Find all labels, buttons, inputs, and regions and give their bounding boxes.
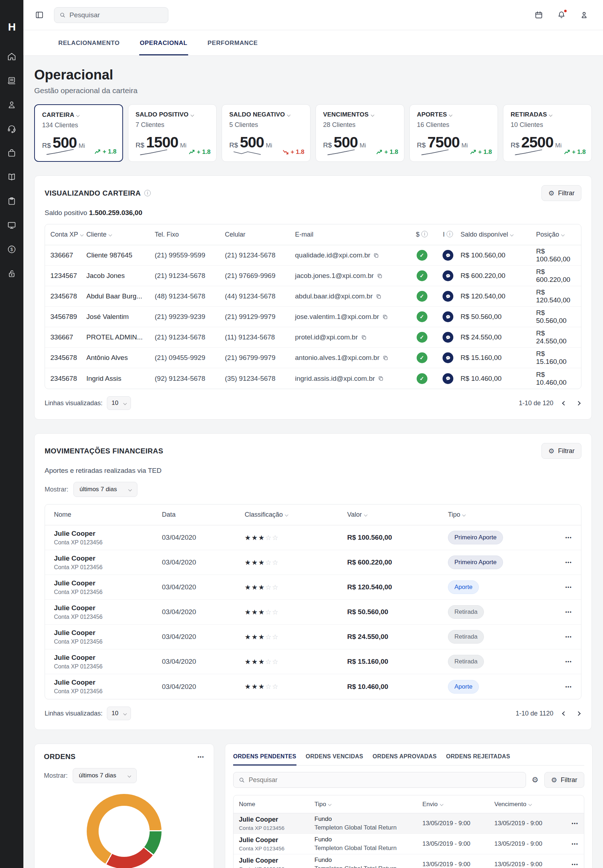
orders-tab[interactable]: ORDENS VENCIDAS	[306, 751, 363, 766]
stat-card[interactable]: SALDO NEGATIVO 5 Clientes R$500Mi + 1.8	[222, 104, 311, 162]
col-classificacao[interactable]: Classificação	[245, 511, 347, 518]
copy-icon[interactable]	[376, 293, 382, 299]
prev-page-button[interactable]	[561, 399, 567, 407]
chat-icon[interactable]	[442, 352, 453, 363]
stat-card-header[interactable]: SALDO POSITIVO	[136, 111, 209, 118]
sidebar-item-monitor[interactable]	[5, 219, 19, 231]
orders-tab[interactable]: ORDENS REJEITADAS	[446, 751, 510, 766]
row-menu-button[interactable]: •••	[572, 821, 578, 826]
orders-search-input[interactable]	[249, 776, 520, 784]
tab[interactable]: OPERACIONAL	[139, 30, 188, 56]
rating-stars[interactable]: ★★★☆☆	[245, 633, 347, 641]
rating-stars[interactable]: ★★★☆☆	[245, 583, 347, 592]
period-select[interactable]: últimos 7 dias	[73, 482, 138, 497]
rating-stars[interactable]: ★★★☆☆	[245, 683, 347, 691]
movimentacoes-filter-button[interactable]: ⚙Filtrar	[541, 443, 581, 459]
col-envio[interactable]: Envio	[422, 801, 494, 808]
sidebar-item-news[interactable]	[5, 74, 19, 87]
table-row[interactable]: 2345678 Abdul Baar Burg... (48) 91234-56…	[45, 286, 581, 307]
row-menu-button[interactable]: •••	[549, 560, 572, 565]
table-row[interactable]: 2345678 Ingrid Assis (92) 91234-5678 (35…	[45, 368, 581, 389]
copy-icon[interactable]	[378, 375, 384, 381]
orders-tab[interactable]: ORDENS PENDENTES	[233, 751, 297, 766]
table-row[interactable]: 1234567 Jacob Jones (21) 91234-5678 (21)…	[45, 266, 581, 286]
table-row[interactable]: 3456789 José Valentim (21) 99239-9239 (2…	[45, 307, 581, 327]
stat-card[interactable]: VENCIMENTOS 28 Clientes R$500Mi + 1.8	[315, 104, 404, 162]
row-menu-button[interactable]: •••	[549, 634, 572, 639]
table-row[interactable]: 2345678 Antônio Alves (21) 09455-9929 (2…	[45, 348, 581, 368]
next-page-button[interactable]	[575, 399, 581, 407]
lines-per-page-select[interactable]: 10	[107, 396, 131, 410]
col-valor[interactable]: Valor	[347, 511, 448, 518]
stat-card[interactable]: RETIRADAS 10 Clientes R$2500Mi + 1.8	[503, 104, 592, 162]
sidebar-item-clients[interactable]	[5, 99, 19, 111]
sidebar-item-support[interactable]	[5, 123, 19, 135]
chat-icon[interactable]	[442, 270, 453, 281]
orders-settings-button[interactable]: ⚙	[532, 775, 539, 784]
carteira-filter-button[interactable]: ⚙Filtrar	[541, 185, 581, 201]
row-menu-button[interactable]: •••	[549, 684, 572, 689]
table-row[interactable]: Julie CooperConta XP 0123456 03/04/2020 …	[45, 674, 581, 699]
rating-stars[interactable]: ★★★☆☆	[245, 533, 347, 542]
chat-icon[interactable]	[442, 311, 453, 322]
stat-card-header[interactable]: RETIRADAS	[510, 111, 584, 118]
stat-card-header[interactable]: SALDO NEGATIVO	[229, 111, 303, 118]
row-menu-button[interactable]: •••	[572, 862, 578, 867]
sidebar-item-tasks[interactable]	[5, 195, 19, 207]
saldo-check-icon[interactable]: ✓	[417, 270, 427, 281]
sidebar-item-home[interactable]	[5, 50, 19, 63]
notifications-button[interactable]	[555, 8, 568, 22]
saldo-check-icon[interactable]: ✓	[417, 373, 427, 384]
brand-logo[interactable]: H	[8, 21, 15, 33]
col-interacao-flag[interactable]: I i	[435, 231, 461, 238]
rating-stars[interactable]: ★★★☆☆	[245, 558, 347, 567]
col-saldo-flag[interactable]: $ i	[408, 231, 435, 238]
chat-icon[interactable]	[442, 250, 453, 261]
row-menu-button[interactable]: •••	[549, 535, 572, 540]
table-row[interactable]: Julie CooperConta XP 0123456 03/04/2020 …	[45, 649, 581, 674]
calendar-button[interactable]	[532, 8, 546, 22]
stat-card-header[interactable]: VENCIMENTOS	[323, 111, 397, 118]
table-row[interactable]: Julie CooperConta XP 0123456 03/04/2020 …	[45, 575, 581, 600]
copy-icon[interactable]	[361, 335, 367, 341]
rating-stars[interactable]: ★★★☆☆	[245, 608, 347, 616]
row-menu-button[interactable]: •••	[572, 842, 578, 846]
col-cliente[interactable]: Cliente	[87, 231, 155, 238]
copy-icon[interactable]	[373, 253, 379, 259]
stat-card[interactable]: SALDO POSITIVO 7 Clientes R$1500Mi + 1.8	[128, 104, 217, 162]
sidebar-item-products[interactable]	[5, 147, 19, 159]
info-icon[interactable]: i	[144, 190, 151, 196]
sidebar-item-finance[interactable]: $	[5, 243, 19, 255]
rating-stars[interactable]: ★★★☆☆	[245, 658, 347, 666]
period-select[interactable]: últimos 7 dias	[73, 768, 137, 783]
stat-card[interactable]: CARTEIRA 134 Clientes R$500Mi + 1.8	[34, 104, 123, 162]
col-tipo[interactable]: Tipo	[448, 511, 549, 518]
table-row[interactable]: Julie CooperConta XP 0123456 03/04/2020 …	[45, 550, 581, 575]
table-row[interactable]: Julie CooperConta XP 0123456 03/04/2020 …	[45, 600, 581, 624]
stat-card-header[interactable]: APORTES	[417, 111, 491, 118]
profile-button[interactable]	[577, 8, 591, 22]
panel-toggle-button[interactable]	[33, 8, 46, 22]
chat-icon[interactable]	[442, 291, 453, 302]
saldo-check-icon[interactable]: ✓	[417, 332, 427, 343]
table-row[interactable]: Julie CooperConta XP 0123456 FundoTemple…	[233, 834, 584, 854]
col-conta-xp[interactable]: Conta XP	[50, 231, 87, 238]
col-tipo[interactable]: Tipo	[314, 801, 422, 808]
prev-page-button[interactable]	[561, 709, 567, 718]
table-row[interactable]: Julie CooperConta XP 0123456 03/04/2020 …	[45, 525, 581, 550]
stat-card-header[interactable]: CARTEIRA	[42, 111, 115, 119]
orders-tab[interactable]: ORDENS APROVADAS	[373, 751, 437, 766]
row-menu-button[interactable]: •••	[549, 585, 572, 590]
copy-icon[interactable]	[382, 355, 388, 361]
table-row[interactable]: 336667 Cliente 987645 (21) 99559-9599 (2…	[45, 245, 581, 266]
tab[interactable]: RELACIONAMENTO	[57, 30, 121, 56]
chat-icon[interactable]	[442, 373, 453, 384]
card-menu-button[interactable]: •••	[198, 754, 204, 759]
next-page-button[interactable]	[575, 709, 581, 718]
search-input[interactable]	[70, 11, 163, 19]
row-menu-button[interactable]: •••	[549, 659, 572, 664]
stat-card[interactable]: APORTES 16 Clientes R$7500Mi + 1.8	[410, 104, 498, 162]
col-vencimento[interactable]: Vencimento	[494, 801, 572, 808]
copy-icon[interactable]	[377, 273, 383, 279]
col-posicao[interactable]: Posição	[536, 231, 576, 238]
